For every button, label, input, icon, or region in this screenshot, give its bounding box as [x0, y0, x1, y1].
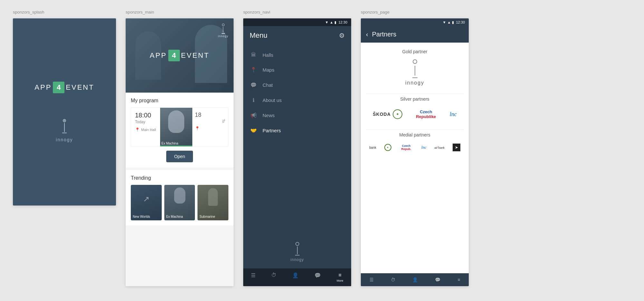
program-card-label: Ex Machina — [161, 142, 178, 145]
navi-menu-items: 🏛 Halls 📍 Maps 💬 Chat ℹ About us 📢 — [243, 45, 351, 236]
navi-screen: ▼ ▲ ▮ 12:30 Menu ⚙ 🏛 Halls 📍 Maps — [243, 18, 351, 286]
trending-section: Trending ↗ New Worlds Ex Machina Submari… — [126, 170, 234, 226]
main-screen: APP 4 EVENT innogy My program 18:00 — [126, 18, 234, 286]
page-nav-profile[interactable]: 👤 — [409, 276, 421, 284]
trending-item-2[interactable]: Ex Machina — [164, 185, 195, 220]
navi-status-time: 12:30 — [338, 20, 347, 24]
green-indicator — [160, 145, 192, 146]
silver-partner-section: Silver partners ŠKODA ✦ Czech Republike — [366, 96, 464, 122]
page-title: Partners — [372, 31, 397, 38]
czech-text-2: Republike — [416, 114, 436, 119]
program-time: 18:00 — [135, 112, 156, 119]
gold-partner-section: Gold partner innogy — [366, 49, 464, 86]
navi-profile-icon: 👤 — [292, 272, 299, 278]
main-four-box: 4 — [168, 50, 180, 61]
trending-item-3[interactable]: Submarine — [197, 185, 228, 220]
program-location: 📍 Main Hall — [135, 127, 156, 132]
gp-base — [412, 77, 418, 78]
navi-nav-more[interactable]: ≡ More — [333, 271, 347, 284]
navi-title: Menu — [250, 31, 267, 40]
lnc-logo: lnc — [450, 111, 457, 118]
page-battery-icon: ▮ — [452, 20, 454, 25]
signal-icon: ▲ — [330, 20, 333, 24]
page-nav-clock[interactable]: ⏱ — [388, 276, 399, 284]
wifi-icon: ▼ — [325, 20, 329, 24]
mp-skoda-circle: ✦ — [384, 144, 391, 151]
navi-nav-profile[interactable]: 👤 — [288, 271, 303, 284]
location-pin-icon-2: 📍 — [195, 126, 200, 131]
splash-event-text: EVENT — [66, 83, 94, 92]
navi-item-partners[interactable]: 🤝 Partners — [243, 123, 351, 138]
gp-bar — [415, 66, 415, 75]
air-sup: r — [437, 145, 438, 148]
trending-item-1[interactable]: ↗ New Worlds — [131, 185, 162, 220]
navi-item-chat[interactable]: 💬 Chat — [243, 77, 351, 93]
splash-screen: APP 4 EVENT innogy — [13, 18, 116, 206]
page-nav-chat[interactable]: 💬 — [432, 276, 444, 284]
prog-time2: 18 — [195, 112, 226, 118]
about-label: About us — [263, 97, 282, 103]
page-nav-more[interactable]: ≡ — [454, 276, 463, 284]
goout-arrow-icon: ➤ — [455, 145, 458, 150]
splash-app-text: APP — [34, 83, 52, 92]
navi-item-about[interactable]: ℹ About us — [243, 93, 351, 108]
partners-label: Partners — [263, 128, 281, 133]
navi-wrapper: sponzors_navi ▼ ▲ ▮ 12:30 Menu ⚙ 🏛 Halls — [243, 10, 351, 286]
navi-nav-clock[interactable]: ⏱ — [267, 271, 280, 284]
page-schedule-icon: ☰ — [370, 277, 374, 282]
news-label: News — [263, 113, 275, 118]
mp-bank: bank — [369, 146, 376, 149]
navi-bottom-nav: ☰ ⏱ 👤 💬 ≡ More — [243, 268, 351, 286]
page-content: Gold partner innogy Silver partners ŠKOD… — [361, 43, 469, 273]
divider-1 — [366, 94, 464, 94]
halls-icon: 🏛 — [250, 52, 257, 58]
ni-base — [295, 255, 300, 256]
gp-text: innogy — [405, 80, 424, 86]
h-circle — [222, 24, 225, 26]
splash-logo-area: APP 4 EVENT — [34, 82, 94, 93]
navi-item-news[interactable]: 📢 News — [243, 108, 351, 123]
navi-more-label: More — [337, 279, 343, 282]
page-nav-schedule[interactable]: ☰ — [366, 276, 377, 284]
ni-circle — [295, 242, 299, 246]
mp-czech-1: Czech — [402, 144, 411, 148]
about-icon: ℹ — [250, 97, 257, 103]
navi-nav-chat[interactable]: 💬 — [311, 271, 325, 284]
medial-partner-section: Medial partners bank ✦ Czech Repub. lnc — [366, 132, 464, 152]
gold-partner-logo: innogy — [366, 59, 464, 86]
splash-label: sponzors_splash — [13, 10, 44, 15]
splash-innogy-bottom: innogy — [56, 119, 73, 142]
back-arrow-icon[interactable]: ‹ — [366, 31, 368, 38]
main-event-text: EVENT — [181, 51, 209, 60]
location-text: Main Hall — [141, 128, 156, 132]
navi-item-maps[interactable]: 📍 Maps — [243, 62, 351, 77]
page-status-icons: ▼ ▲ ▮ — [443, 20, 454, 25]
program-card: 18:00 Today 📍 Main Hall Ex Machina — [131, 107, 228, 147]
h-bar — [223, 27, 224, 33]
page-header: ‹ Partners — [361, 26, 469, 43]
my-program-title: My program — [131, 98, 228, 104]
mp-airbank: airrbank — [434, 145, 445, 149]
navi-item-halls[interactable]: 🏛 Halls — [243, 47, 351, 62]
trending-label-1: New Worlds — [133, 215, 150, 218]
news-icon: 📢 — [250, 112, 257, 118]
skoda-circle: ✦ — [393, 109, 402, 119]
open-button[interactable]: Open — [166, 151, 193, 162]
navi-nav-schedule[interactable]: ☰ — [247, 271, 259, 284]
page-wrapper: sponzors_page ▼ ▲ ▮ 12:30 ‹ Partners Gol… — [361, 10, 469, 286]
gold-section-title: Gold partner — [366, 49, 464, 54]
program-location-2: 📍 — [195, 126, 226, 131]
trending-label-2: Ex Machina — [166, 215, 183, 218]
trending-title: Trending — [131, 175, 228, 181]
page-status-bar: ▼ ▲ ▮ 12:30 — [361, 18, 469, 26]
medial-partners-logos: bank ✦ Czech Repub. lnc airrbank — [366, 143, 464, 152]
splash-app4event-logo: APP 4 EVENT — [34, 82, 94, 93]
my-program-section: My program 18:00 Today 📍 Main Hall Ex Ma… — [126, 93, 234, 167]
gear-icon[interactable]: ⚙ — [339, 32, 345, 39]
page-status-time: 12:30 — [456, 20, 465, 24]
program-time-block: 18:00 Today 📍 Main Hall — [131, 108, 160, 146]
mp-skoda: ✦ — [384, 144, 391, 151]
chat-label: Chat — [263, 82, 273, 88]
ni-bar — [297, 246, 298, 254]
main-label: sponzors_main — [126, 10, 154, 15]
